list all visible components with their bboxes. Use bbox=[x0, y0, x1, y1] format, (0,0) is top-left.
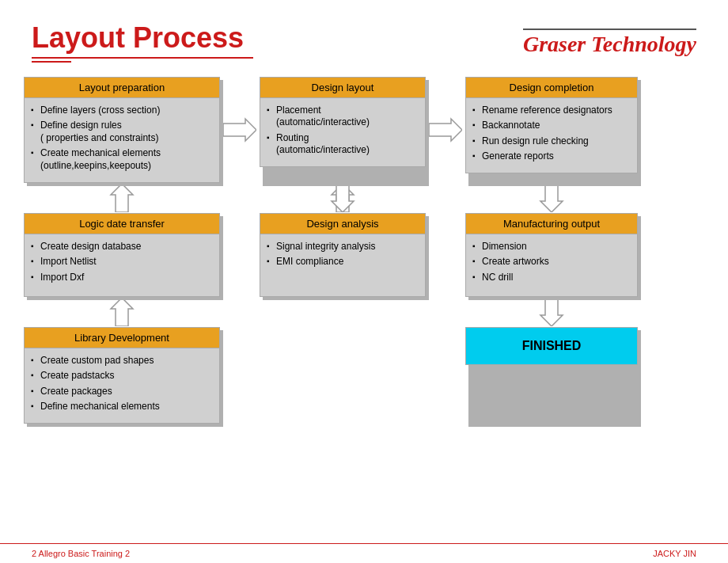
list-item: Create mechanical elements(outline,keepi… bbox=[31, 147, 211, 172]
layout-prep-header: Layout preparation bbox=[24, 77, 220, 97]
page-title: Layout Process bbox=[32, 22, 253, 54]
list-item: Generate reports bbox=[472, 150, 629, 163]
list-item: Rename reference designators bbox=[472, 105, 629, 117]
list-item: Create custom pad shapes bbox=[31, 355, 211, 367]
footer-right: JACKY JIN bbox=[653, 549, 696, 558]
list-item: Define design rules( properties and cons… bbox=[31, 120, 211, 144]
manufacturing-box: Manufacturing output Dimension Create ar… bbox=[465, 213, 638, 297]
design-layout-body: Placement(automatic/interactive) Routing… bbox=[260, 97, 426, 167]
manufacturing-body: Dimension Create artworks NC drill bbox=[465, 234, 638, 297]
up-arrow-icon-2 bbox=[109, 298, 135, 326]
arrow-right-1 bbox=[220, 77, 260, 183]
down-arrow-icon-1 bbox=[539, 184, 564, 212]
title-underline2 bbox=[32, 61, 71, 63]
title-block: Layout Process bbox=[32, 22, 253, 63]
svg-marker-7 bbox=[540, 298, 563, 326]
arrow-up-1 bbox=[24, 184, 220, 212]
design-completion-body: Rename reference designators Backannotat… bbox=[465, 97, 638, 173]
design-analysis-box: Design analysis Signal integrity analysi… bbox=[260, 213, 426, 297]
list-item: Routing(automatic/interactive) bbox=[267, 132, 417, 157]
arrow-row-1-2 bbox=[24, 183, 704, 213]
arrow-updown-1 bbox=[260, 184, 426, 212]
arrow-up-2 bbox=[24, 298, 220, 326]
list-item: Dimension bbox=[472, 241, 629, 253]
row2: Logic date transfer Create design databa… bbox=[24, 213, 704, 297]
list-item: Run design rule checking bbox=[472, 135, 629, 148]
header: Layout Process Graser Technology bbox=[0, 0, 728, 63]
logic-date-header: Logic date transfer bbox=[24, 213, 220, 234]
list-item: Import Netlist bbox=[31, 256, 211, 268]
footer-left: 2 Allegro Basic Training 2 bbox=[32, 549, 130, 558]
list-item: NC drill bbox=[472, 272, 629, 284]
design-layout-box: Design layout Placement(automatic/intera… bbox=[260, 77, 426, 183]
svg-marker-5 bbox=[540, 184, 563, 212]
design-completion-header: Design completion bbox=[465, 77, 638, 97]
finished-box: FINISHED bbox=[465, 327, 638, 424]
list-item: Create design database bbox=[31, 241, 211, 253]
finished-label: FINISHED bbox=[465, 327, 638, 365]
company-logo: Graser Technology bbox=[523, 29, 696, 57]
layout-prep-body: Define layers (cross section) Define des… bbox=[24, 97, 220, 183]
library-header: Library Development bbox=[24, 327, 220, 348]
list-item: Define layers (cross section) bbox=[31, 105, 211, 117]
list-item: Signal integrity analysis bbox=[267, 241, 417, 253]
design-completion-box: Design completion Rename reference desig… bbox=[465, 77, 638, 183]
svg-marker-1 bbox=[429, 119, 462, 141]
list-item: Import Dxf bbox=[31, 272, 211, 284]
right-arrow-icon-2 bbox=[429, 117, 462, 143]
list-item: Placement(automatic/interactive) bbox=[267, 105, 417, 129]
title-underline bbox=[32, 57, 253, 59]
list-item: Backannotate bbox=[472, 120, 629, 132]
footer: 2 Allegro Basic Training 2 JACKY JIN bbox=[0, 543, 728, 563]
arrow-right-2 bbox=[426, 77, 465, 183]
updown-arrow-icon-1 bbox=[330, 184, 355, 212]
manufacturing-header: Manufacturing output bbox=[465, 213, 638, 234]
arrow-down-1 bbox=[465, 184, 638, 212]
design-layout-header: Design layout bbox=[260, 77, 426, 97]
design-analysis-header: Design analysis bbox=[260, 213, 426, 234]
library-body: Create custom pad shapes Create padstack… bbox=[24, 348, 220, 424]
logic-date-body: Create design database Import Netlist Im… bbox=[24, 234, 220, 297]
down-arrow-icon-2 bbox=[539, 298, 564, 326]
flowchart-area: Layout preparation Define layers (cross … bbox=[0, 77, 728, 424]
list-item: EMI compliance bbox=[267, 256, 417, 268]
arrow-row-2-3 bbox=[24, 297, 704, 327]
row1: Layout preparation Define layers (cross … bbox=[24, 77, 704, 183]
design-analysis-body: Signal integrity analysis EMI compliance bbox=[260, 234, 426, 297]
row3: Library Development Create custom pad sh… bbox=[24, 327, 704, 424]
logic-date-box: Logic date transfer Create design databa… bbox=[24, 213, 220, 297]
svg-marker-0 bbox=[223, 119, 256, 141]
svg-marker-6 bbox=[111, 298, 133, 326]
svg-marker-4 bbox=[332, 184, 354, 212]
list-item: Define mechanical elements bbox=[31, 401, 211, 413]
arrow-down-2 bbox=[465, 298, 638, 326]
list-item: Create artworks bbox=[472, 256, 629, 268]
list-item: Create padstacks bbox=[31, 370, 211, 382]
svg-marker-2 bbox=[111, 184, 133, 212]
library-box: Library Development Create custom pad sh… bbox=[24, 327, 220, 424]
list-item: Create packages bbox=[31, 386, 211, 398]
layout-prep-box: Layout preparation Define layers (cross … bbox=[24, 77, 220, 183]
right-arrow-icon bbox=[223, 117, 256, 143]
up-arrow-icon-1 bbox=[109, 184, 135, 212]
